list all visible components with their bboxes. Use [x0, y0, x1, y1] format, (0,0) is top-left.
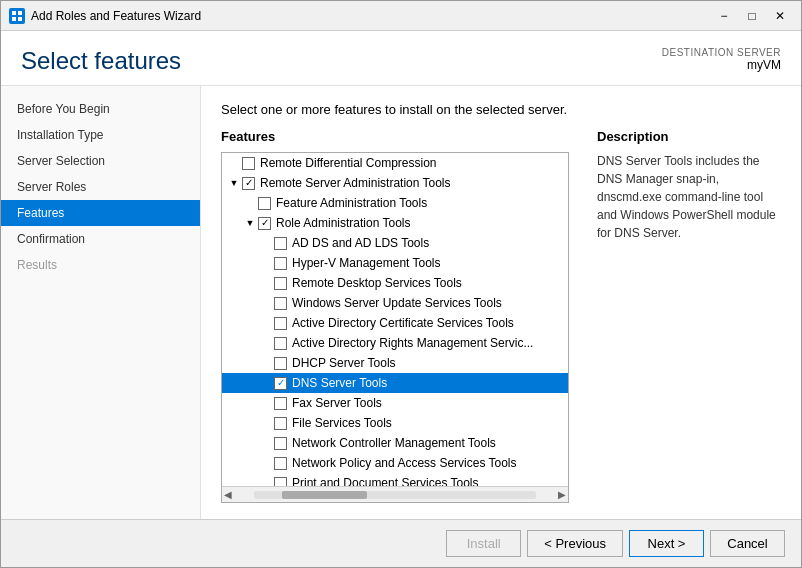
feature-checkbox-rat[interactable] [258, 217, 271, 230]
description-text: DNS Server Tools includes the DNS Manage… [597, 152, 781, 242]
feature-item-adrms[interactable]: Active Directory Rights Management Servi… [222, 333, 568, 353]
features-label: Features [221, 129, 569, 144]
page-title: Select features [21, 47, 181, 75]
feature-checkbox-rdc[interactable] [242, 157, 255, 170]
sidebar-item-results: Results [1, 252, 200, 278]
svg-rect-1 [18, 11, 22, 15]
feature-checkbox-fat[interactable] [258, 197, 271, 210]
feature-checkbox-adrms[interactable] [274, 337, 287, 350]
feature-label-pads: Print and Document Services Tools [292, 476, 479, 486]
feature-label-ncmt: Network Controller Management Tools [292, 436, 496, 450]
feature-label-dns: DNS Server Tools [292, 376, 387, 390]
feature-label-rsat: Remote Server Administration Tools [260, 176, 451, 190]
sidebar-item-before-you-begin[interactable]: Before You Begin [1, 96, 200, 122]
feature-checkbox-wsust[interactable] [274, 297, 287, 310]
feature-label-adrms: Active Directory Rights Management Servi… [292, 336, 533, 350]
feature-item-npas[interactable]: Network Policy and Access Services Tools [222, 453, 568, 473]
minimize-button[interactable]: − [711, 6, 737, 26]
feature-checkbox-adcst[interactable] [274, 317, 287, 330]
feature-label-file: File Services Tools [292, 416, 392, 430]
body-section: Before You BeginInstallation TypeServer … [1, 86, 801, 519]
horizontal-scrollbar[interactable]: ◀ ▶ [222, 486, 568, 502]
description-header: Description [597, 129, 781, 144]
footer: Install < Previous Next > Cancel [1, 519, 801, 567]
sidebar-item-server-selection[interactable]: Server Selection [1, 148, 200, 174]
expander-placeholder [258, 355, 274, 371]
sidebar: Before You BeginInstallation TypeServer … [1, 86, 201, 519]
feature-checkbox-dhcp[interactable] [274, 357, 287, 370]
expander-placeholder [258, 235, 274, 251]
feature-item-fax[interactable]: Fax Server Tools [222, 393, 568, 413]
install-button[interactable]: Install [446, 530, 521, 557]
feature-checkbox-rdst[interactable] [274, 277, 287, 290]
feature-item-rdc[interactable]: Remote Differential Compression [222, 153, 568, 173]
maximize-button[interactable]: □ [739, 6, 765, 26]
content-area: Select one or more features to install o… [201, 86, 801, 519]
main-window: Add Roles and Features Wizard − □ ✕ Sele… [0, 0, 802, 568]
close-button[interactable]: ✕ [767, 6, 793, 26]
feature-item-adlds[interactable]: AD DS and AD LDS Tools [222, 233, 568, 253]
feature-item-rat[interactable]: ▼Role Administration Tools [222, 213, 568, 233]
feature-item-file[interactable]: File Services Tools [222, 413, 568, 433]
expander-icon[interactable]: ▼ [226, 175, 242, 191]
feature-label-fax: Fax Server Tools [292, 396, 382, 410]
feature-label-rdst: Remote Desktop Services Tools [292, 276, 462, 290]
feature-label-dhcp: DHCP Server Tools [292, 356, 396, 370]
feature-item-pads[interactable]: Print and Document Services Tools [222, 473, 568, 486]
feature-item-dns[interactable]: DNS Server Tools [222, 373, 568, 393]
description-panel: Description DNS Server Tools includes th… [581, 129, 781, 503]
cancel-button[interactable]: Cancel [710, 530, 785, 557]
expander-placeholder [258, 275, 274, 291]
title-bar: Add Roles and Features Wizard − □ ✕ [1, 1, 801, 31]
expander-placeholder [258, 475, 274, 486]
feature-checkbox-hyper-v[interactable] [274, 257, 287, 270]
sidebar-item-installation-type[interactable]: Installation Type [1, 122, 200, 148]
feature-checkbox-fax[interactable] [274, 397, 287, 410]
scrollbar-track [254, 491, 536, 499]
window-controls: − □ ✕ [711, 6, 793, 26]
feature-checkbox-file[interactable] [274, 417, 287, 430]
expander-placeholder [258, 375, 274, 391]
expander-placeholder [258, 415, 274, 431]
features-list[interactable]: Remote Differential Compression▼Remote S… [222, 153, 568, 486]
expander-placeholder [258, 335, 274, 351]
expander-placeholder [258, 315, 274, 331]
sidebar-item-server-roles[interactable]: Server Roles [1, 174, 200, 200]
feature-item-adcst[interactable]: Active Directory Certificate Services To… [222, 313, 568, 333]
feature-item-hyper-v[interactable]: Hyper-V Management Tools [222, 253, 568, 273]
feature-item-ncmt[interactable]: Network Controller Management Tools [222, 433, 568, 453]
destination-server: DESTINATION SERVER myVM [662, 47, 781, 72]
main-content: Select features DESTINATION SERVER myVM … [1, 31, 801, 567]
feature-item-fat[interactable]: Feature Administration Tools [222, 193, 568, 213]
feature-checkbox-adlds[interactable] [274, 237, 287, 250]
content-description: Select one or more features to install o… [221, 102, 781, 117]
feature-label-rat: Role Administration Tools [276, 216, 411, 230]
feature-checkbox-ncmt[interactable] [274, 437, 287, 450]
scrollbar-thumb [282, 491, 367, 499]
svg-rect-2 [12, 17, 16, 21]
feature-checkbox-pads[interactable] [274, 477, 287, 487]
app-icon [9, 8, 25, 24]
feature-checkbox-dns[interactable] [274, 377, 287, 390]
feature-item-wsust[interactable]: Windows Server Update Services Tools [222, 293, 568, 313]
sidebar-item-features[interactable]: Features [1, 200, 200, 226]
server-name: myVM [662, 58, 781, 72]
destination-label: DESTINATION SERVER [662, 47, 781, 58]
next-button[interactable]: Next > [629, 530, 704, 557]
svg-rect-0 [12, 11, 16, 15]
previous-button[interactable]: < Previous [527, 530, 623, 557]
sidebar-item-confirmation[interactable]: Confirmation [1, 226, 200, 252]
feature-label-adcst: Active Directory Certificate Services To… [292, 316, 514, 330]
expander-placeholder [258, 295, 274, 311]
feature-item-dhcp[interactable]: DHCP Server Tools [222, 353, 568, 373]
feature-label-hyper-v: Hyper-V Management Tools [292, 256, 441, 270]
feature-checkbox-rsat[interactable] [242, 177, 255, 190]
feature-checkbox-npas[interactable] [274, 457, 287, 470]
feature-item-rdst[interactable]: Remote Desktop Services Tools [222, 273, 568, 293]
feature-label-fat: Feature Administration Tools [276, 196, 427, 210]
expander-placeholder [258, 455, 274, 471]
header-section: Select features DESTINATION SERVER myVM [1, 31, 801, 86]
expander-icon[interactable]: ▼ [242, 215, 258, 231]
expander-placeholder [242, 195, 258, 211]
feature-item-rsat[interactable]: ▼Remote Server Administration Tools [222, 173, 568, 193]
